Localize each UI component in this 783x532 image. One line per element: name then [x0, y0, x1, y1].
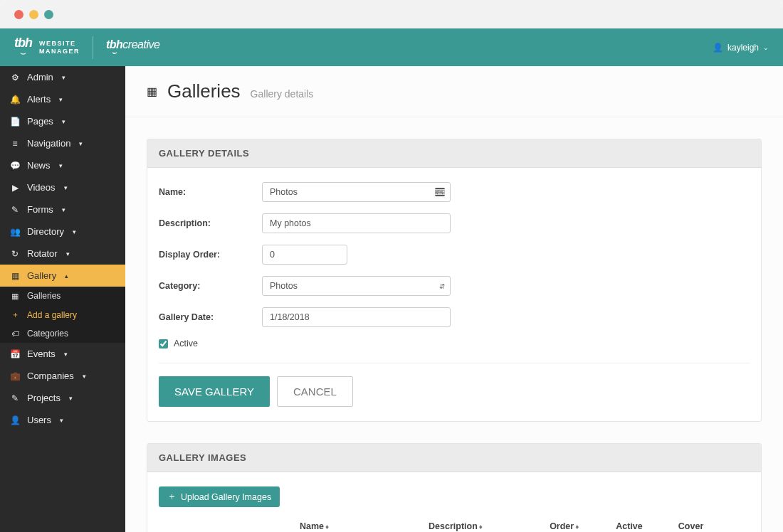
tag-icon: 🏷 — [10, 329, 20, 338]
sidebar-item-videos[interactable]: ▶Videos▾ — [0, 176, 125, 198]
user-icon: 👤 — [10, 415, 20, 425]
grid-icon: ▦ — [10, 292, 20, 301]
description-input[interactable] — [262, 213, 451, 233]
keyboard-icon: ⌨ — [435, 188, 445, 196]
caret-icon: ▾ — [64, 184, 68, 191]
caret-up-icon: ▴ — [65, 272, 68, 280]
window-zoom-dot[interactable] — [44, 10, 53, 19]
pencil-icon: ✎ — [10, 393, 20, 403]
caret-icon: ▾ — [64, 351, 68, 358]
app-window: tbh ⌣ WEBSITE MANAGER tbhcreative ⌣ 👤 ka… — [0, 0, 783, 532]
logo-mark-icon: tbh ⌣ — [14, 36, 32, 59]
display-order-label: Display Order: — [159, 250, 262, 260]
brand-creative-logo: tbhcreative ⌣ — [106, 38, 159, 57]
sidebar-item-gallery[interactable]: ▦Gallery▴ — [0, 265, 125, 287]
caret-icon: ▾ — [59, 96, 63, 103]
grid-icon: ▦ — [10, 271, 20, 281]
sort-icon: ♦ — [575, 523, 579, 531]
cancel-button[interactable]: CANCEL — [277, 376, 353, 407]
upload-gallery-images-button[interactable]: ＋ Upload Gallery Images — [159, 486, 280, 507]
sidebar-item-news[interactable]: 💬News▾ — [0, 154, 125, 176]
plus-icon: ＋ — [10, 309, 20, 320]
sidebar-item-admin[interactable]: ⚙Admin▾ — [0, 66, 125, 88]
bell-icon: 🔔 — [10, 95, 20, 105]
save-gallery-button[interactable]: SAVE GALLERY — [159, 376, 270, 407]
user-name: kayleigh — [727, 43, 759, 53]
sidebar-item-directory[interactable]: 👥Directory▾ — [0, 220, 125, 243]
pencil-icon: ✎ — [10, 205, 20, 215]
sidebar: ⚙Admin▾ 🔔Alerts▾ 📄Pages▾ ≡Navigation▾ 💬N… — [0, 66, 125, 532]
page-header: ▦ Galleries Gallery details — [125, 66, 783, 117]
sidebar-sub-galleries[interactable]: ▦Galleries — [0, 287, 125, 305]
breadcrumb: Gallery details — [251, 88, 314, 100]
mac-titlebar — [0, 0, 783, 28]
col-description[interactable]: Description♦ — [423, 517, 531, 532]
sidebar-item-rotator[interactable]: ↻Rotator▾ — [0, 243, 125, 265]
sidebar-sub-categories[interactable]: 🏷Categories — [0, 324, 125, 343]
caret-icon: ▾ — [60, 417, 63, 424]
caret-icon: ▾ — [79, 140, 83, 147]
chevron-down-icon: ⌄ — [763, 44, 769, 51]
user-menu[interactable]: 👤 kayleigh ⌄ — [713, 43, 769, 53]
caret-icon: ▾ — [69, 395, 73, 402]
page-icon: 📄 — [10, 117, 20, 127]
category-label: Category: — [159, 281, 262, 291]
window-close-dot[interactable] — [14, 10, 23, 19]
calendar-icon: 📅 — [10, 349, 20, 359]
sidebar-item-alerts[interactable]: 🔔Alerts▾ — [0, 88, 125, 110]
app-header: tbh ⌣ WEBSITE MANAGER tbhcreative ⌣ 👤 ka… — [0, 28, 783, 66]
brand-separator — [93, 36, 93, 59]
caret-icon: ▾ — [83, 373, 86, 380]
description-label: Description: — [159, 218, 262, 228]
play-icon: ▶ — [10, 183, 20, 193]
plus-icon: ＋ — [167, 491, 177, 503]
sidebar-item-companies[interactable]: 💼Companies▾ — [0, 365, 125, 387]
sort-icon: ♦ — [479, 523, 483, 531]
sidebar-item-forms[interactable]: ✎Forms▾ — [0, 198, 125, 220]
users-icon: 👥 — [10, 227, 20, 237]
active-label: Active — [174, 339, 198, 349]
sidebar-item-events[interactable]: 📅Events▾ — [0, 343, 125, 365]
display-order-input[interactable] — [262, 245, 347, 265]
panel-heading: GALLERY DETAILS — [147, 139, 761, 168]
gallery-date-label: Gallery Date: — [159, 312, 262, 322]
gallery-images-table: Name♦ Description♦ Order♦ Active Cover — [159, 517, 750, 532]
panel-heading: GALLERY IMAGES — [147, 444, 761, 472]
caret-icon: ▾ — [62, 206, 65, 213]
caret-icon: ▾ — [62, 118, 65, 125]
col-order[interactable]: Order♦ — [531, 517, 598, 532]
user-icon: 👤 — [713, 43, 723, 53]
caret-icon: ▾ — [66, 250, 70, 257]
refresh-icon: ↻ — [10, 249, 20, 259]
chat-icon: 💬 — [10, 161, 20, 171]
gallery-date-input[interactable] — [262, 307, 451, 327]
gallery-images-panel: GALLERY IMAGES ＋ Upload Gallery Images N… — [147, 443, 762, 532]
caret-icon: ▾ — [59, 162, 63, 169]
gallery-details-panel: GALLERY DETAILS Name: ⌨ Description: — [147, 139, 762, 422]
gear-icon: ⚙ — [10, 73, 20, 83]
window-minimize-dot[interactable] — [29, 10, 38, 19]
grid-icon: ▦ — [147, 85, 157, 98]
active-checkbox[interactable] — [159, 339, 168, 349]
name-input[interactable] — [262, 182, 451, 202]
col-name[interactable]: Name♦ — [294, 517, 423, 532]
main-content: ▦ Galleries Gallery details GALLERY DETA… — [125, 66, 783, 532]
sort-icon: ♦ — [325, 523, 329, 531]
category-select[interactable]: Photos — [262, 276, 451, 296]
col-cover: Cover — [661, 517, 721, 532]
sidebar-item-navigation[interactable]: ≡Navigation▾ — [0, 132, 125, 154]
brand-logo: tbh ⌣ WEBSITE MANAGER — [14, 36, 80, 59]
page-title: Galleries — [167, 80, 241, 102]
sidebar-item-pages[interactable]: 📄Pages▾ — [0, 110, 125, 132]
briefcase-icon: 💼 — [10, 371, 20, 381]
col-active: Active — [598, 517, 661, 532]
name-label: Name: — [159, 187, 262, 197]
sidebar-sub-add-gallery[interactable]: ＋Add a gallery — [0, 305, 125, 324]
brand-app-name: WEBSITE MANAGER — [39, 40, 80, 55]
sidebar-gallery-submenu: ▦Galleries ＋Add a gallery 🏷Categories — [0, 287, 125, 343]
sidebar-item-users[interactable]: 👤Users▾ — [0, 409, 125, 431]
caret-icon: ▾ — [73, 228, 76, 235]
list-icon: ≡ — [10, 139, 20, 149]
sidebar-item-projects[interactable]: ✎Projects▾ — [0, 387, 125, 409]
caret-icon: ▾ — [62, 74, 65, 81]
